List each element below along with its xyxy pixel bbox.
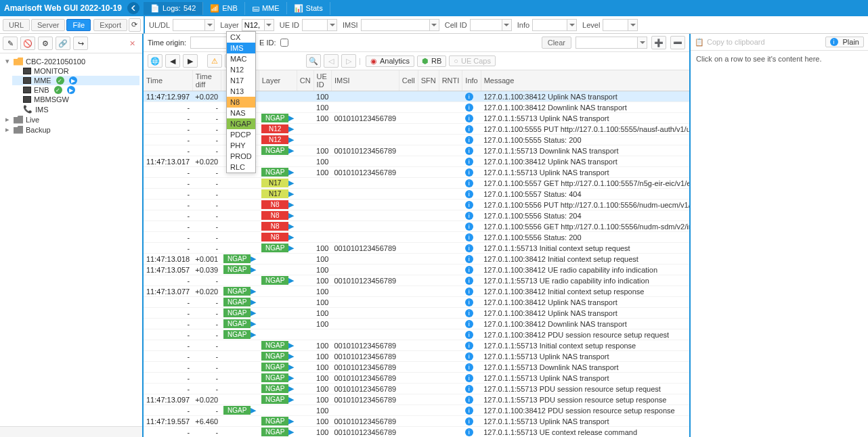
chevron-down-icon[interactable] (637, 37, 647, 48)
col-message[interactable]: Message (481, 70, 689, 91)
chevron-down-icon[interactable] (502, 20, 511, 30)
collapse-sidebar-button[interactable] (127, 2, 139, 14)
col-imsi[interactable]: IMSI (331, 70, 399, 91)
globe-icon[interactable]: 🌐 (148, 54, 162, 68)
uldl-combo[interactable] (173, 19, 215, 31)
tree-root[interactable]: ▾CBC-2021050100 (3, 56, 139, 66)
log-row[interactable]: --N17▶i127.0.1.100:5557 Status: 404 (144, 189, 689, 200)
log-row[interactable]: --▶100i127.0.1.100:38412 Downlink NAS tr… (144, 102, 689, 113)
layer-option-n13[interactable]: N13 (227, 86, 255, 97)
tree-enb[interactable]: ENB✓▶ (12, 85, 139, 95)
stop-icon[interactable]: 🚫 (20, 37, 35, 50)
log-row[interactable]: --NGAP▶100i127.0.1.100:38412 Uplink NAS … (144, 308, 689, 319)
log-row[interactable]: --NGAP▶100001010123456789i127.0.1.1:5571… (144, 167, 689, 178)
layer-option-rlc[interactable]: RLC (227, 162, 255, 172)
arrow-right-icon[interactable]: ▷ (341, 54, 356, 68)
log-row[interactable]: --NGAP▶100i127.0.1.100:38412 Uplink NAS … (144, 297, 689, 308)
log-row[interactable]: --NGAP▶100001010123456789i127.0.1.1:5571… (144, 351, 689, 362)
log-row[interactable]: --NGAP▶100001010123456789i127.0.1.1:5571… (144, 145, 689, 156)
layer-option-phy[interactable]: PHY (227, 140, 255, 151)
settings-icon[interactable]: ⚙ (38, 37, 53, 50)
clear-button[interactable]: Clear (542, 37, 571, 49)
log-row[interactable]: 11:47:13.057+0.039NGAP▶100i127.0.1.100:3… (144, 264, 689, 275)
log-row[interactable]: 11:47:13.077+0.020NGAP▶100i127.0.1.100:3… (144, 286, 689, 297)
tab-stats[interactable]: 📊 Stats (287, 2, 330, 15)
log-row[interactable]: 11:47:13.017+0.020▶100i127.0.1.100:38412… (144, 156, 689, 167)
log-row[interactable]: --N8▶i127.0.1.100:5556 Status: 204 (144, 210, 689, 221)
col-time-diff[interactable]: Time diff (192, 70, 221, 91)
log-row[interactable]: --NGAP▶100001010123456789i127.0.1.1:5571… (144, 243, 689, 254)
refresh-icon[interactable]: ⟳ (129, 18, 141, 32)
link-icon[interactable]: 🔗 (56, 37, 70, 50)
layer-option-pdcp[interactable]: PDCP (227, 129, 255, 140)
log-row[interactable]: --N8▶i127.0.1.100:5556 PUT http://127.0.… (144, 200, 689, 210)
next-icon[interactable]: ▶ (183, 54, 198, 68)
url-button[interactable]: URL (3, 19, 30, 31)
log-row[interactable]: --NGAP▶100i127.0.1.100:38412 PDU session… (144, 405, 689, 416)
log-row[interactable]: --NGAP▶100001010123456789i127.0.1.1:5571… (144, 427, 689, 438)
ueid-combo[interactable] (302, 19, 337, 31)
arrow-left-icon[interactable]: ◁ (324, 54, 339, 68)
log-row[interactable]: --NGAP▶100001010123456789i127.0.1.1:5571… (144, 384, 689, 394)
uldl-input[interactable] (173, 21, 204, 29)
layer-option-n12[interactable]: N12 (227, 64, 255, 75)
warning-icon[interactable]: ⚠ (207, 54, 222, 68)
server-button[interactable]: Server (31, 19, 65, 31)
layer-option-ims[interactable]: IMS (227, 43, 255, 53)
layer-input[interactable] (242, 21, 264, 29)
chevron-down-icon[interactable] (204, 20, 214, 30)
tab-enb[interactable]: 📶 ENB (203, 2, 245, 15)
layer-option-cx[interactable]: CX (227, 32, 255, 43)
plain-toggle[interactable]: iPlain (825, 37, 864, 47)
remove-icon[interactable]: ➖ (670, 36, 685, 49)
log-row[interactable]: --N12▶i127.0.1.100:5555 Status: 200 (144, 135, 689, 145)
eid-checkbox[interactable] (280, 39, 288, 47)
ueid-input[interactable] (303, 21, 327, 29)
export-button[interactable]: Export (93, 19, 127, 31)
tree-mme[interactable]: MME✓▶ (12, 76, 139, 85)
imsi-combo[interactable] (361, 19, 439, 31)
log-row[interactable]: --NGAP▶100001010123456789i127.0.1.1:5571… (144, 373, 689, 384)
log-row[interactable]: --N12▶i127.0.1.100:5555 PUT http://127.0… (144, 124, 689, 135)
tab-logs[interactable]: 📄 Logs: 542 (144, 2, 203, 15)
close-icon[interactable]: ✕ (125, 37, 139, 50)
chevron-down-icon[interactable] (264, 20, 274, 30)
chevron-down-icon[interactable] (429, 20, 439, 30)
log-row[interactable]: 11:47:13.018+0.001NGAP▶100i127.0.1.100:3… (144, 254, 689, 264)
imsi-input[interactable] (362, 21, 429, 29)
log-row[interactable]: 11:47:12.997+0.020▶100i127.0.1.100:38412… (144, 91, 689, 102)
log-row[interactable]: --NGAP▶100001010123456789i127.0.1.1:5571… (144, 113, 689, 124)
level-input[interactable] (603, 21, 628, 29)
log-row[interactable]: --NGAP▶100001010123456789i127.0.1.1:5571… (144, 362, 689, 373)
cellid-combo[interactable] (470, 19, 512, 31)
col-cell[interactable]: Cell (399, 70, 418, 91)
log-row[interactable]: --N8▶i127.0.1.100:5556 Status: 200 (144, 232, 689, 243)
wand-icon[interactable]: ✎ (3, 37, 18, 50)
tree-live[interactable]: ▸Live (3, 114, 139, 124)
col-sfn[interactable]: SFN (418, 70, 439, 91)
tree-backup[interactable]: ▸Backup (3, 124, 139, 135)
tree-ims[interactable]: 📞IMS (12, 104, 139, 114)
search-icon[interactable]: 🔍 (306, 54, 321, 68)
layer-option-mac[interactable]: MAC (227, 53, 255, 64)
col-rnti[interactable]: RNTI (439, 70, 462, 91)
log-row[interactable]: --NGAP▶100001010123456789i127.0.1.1:5571… (144, 275, 689, 286)
log-row[interactable]: 11:47:13.097+0.020NGAP▶10000101012345678… (144, 394, 689, 405)
log-row[interactable]: --N8▶i127.0.1.100:5556 GET http://127.0.… (144, 221, 689, 232)
uecaps-button[interactable]: ○UE Caps (449, 55, 496, 66)
tree-mbmsgw[interactable]: MBMSGW (12, 95, 139, 104)
col-layer[interactable]: Layer (259, 70, 297, 91)
log-row[interactable]: --NGAP▶100i127.0.1.100:38412 Downlink NA… (144, 319, 689, 329)
chevron-down-icon[interactable] (567, 20, 576, 30)
chevron-down-icon[interactable] (327, 20, 337, 30)
file-button[interactable]: File (66, 19, 91, 31)
layer-option-nas[interactable]: NAS (227, 108, 255, 118)
log-row[interactable]: --NGAP▶i127.0.1.100:38412 PDU session re… (144, 329, 689, 340)
add-icon[interactable]: ➕ (651, 36, 666, 49)
cellid-input[interactable] (471, 21, 502, 29)
log-row[interactable]: --N17▶i127.0.1.100:5557 GET http://127.0… (144, 178, 689, 189)
prev-icon[interactable]: ◀ (165, 54, 180, 68)
col-cn[interactable]: CN (297, 70, 313, 91)
tree-monitor[interactable]: MONITOR (12, 66, 139, 76)
layer-option-ngap[interactable]: NGAP (227, 118, 255, 129)
